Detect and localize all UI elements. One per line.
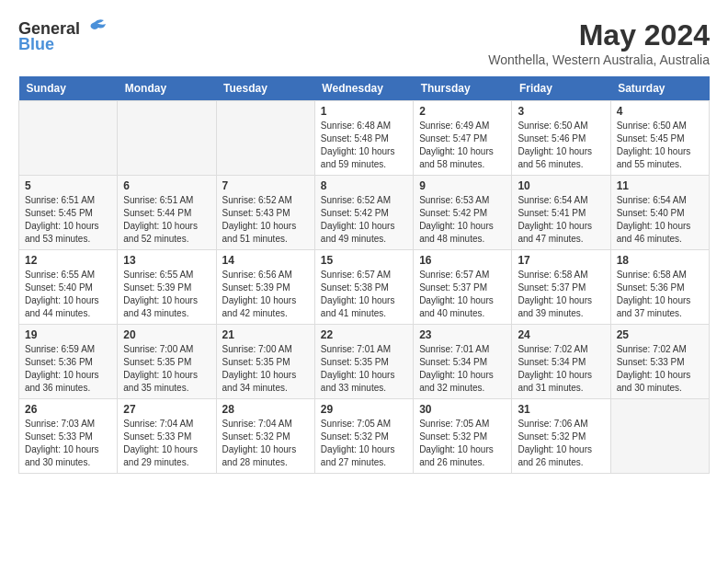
logo-bird-icon <box>82 18 108 39</box>
day-detail: Sunrise: 6:52 AMSunset: 5:43 PMDaylight:… <box>222 194 309 246</box>
calendar-week-row: 5 Sunrise: 6:51 AMSunset: 5:45 PMDayligh… <box>19 176 710 250</box>
calendar-cell: 29 Sunrise: 7:05 AMSunset: 5:32 PMDaylig… <box>314 399 413 474</box>
day-number: 2 <box>419 105 506 118</box>
calendar-week-row: 1 Sunrise: 6:48 AMSunset: 5:48 PMDayligh… <box>19 101 710 176</box>
day-detail: Sunrise: 7:01 AMSunset: 5:35 PMDaylight:… <box>321 343 407 395</box>
day-number: 4 <box>617 105 703 118</box>
calendar-cell: 30 Sunrise: 7:05 AMSunset: 5:32 PMDaylig… <box>414 399 512 474</box>
day-number: 20 <box>123 328 210 341</box>
day-detail: Sunrise: 7:01 AMSunset: 5:34 PMDaylight:… <box>419 343 506 395</box>
day-number: 11 <box>617 179 703 192</box>
day-detail: Sunrise: 7:02 AMSunset: 5:34 PMDaylight:… <box>518 343 604 395</box>
calendar-cell: 5 Sunrise: 6:51 AMSunset: 5:45 PMDayligh… <box>19 176 118 250</box>
day-detail: Sunrise: 7:06 AMSunset: 5:32 PMDaylight:… <box>518 418 604 469</box>
calendar-week-row: 19 Sunrise: 6:59 AMSunset: 5:36 PMDaylig… <box>19 325 710 399</box>
col-header-tuesday: Tuesday <box>216 76 314 101</box>
day-detail: Sunrise: 6:57 AMSunset: 5:37 PMDaylight:… <box>419 269 506 320</box>
day-number: 31 <box>518 403 604 416</box>
calendar-cell: 22 Sunrise: 7:01 AMSunset: 5:35 PMDaylig… <box>314 325 413 399</box>
calendar-cell <box>216 101 314 176</box>
calendar-cell: 9 Sunrise: 6:53 AMSunset: 5:42 PMDayligh… <box>414 176 512 250</box>
day-detail: Sunrise: 6:50 AMSunset: 5:45 PMDaylight:… <box>617 120 703 171</box>
calendar-cell <box>118 101 216 176</box>
day-number: 10 <box>518 179 604 192</box>
day-number: 22 <box>321 328 407 341</box>
day-detail: Sunrise: 6:51 AMSunset: 5:44 PMDaylight:… <box>123 194 210 246</box>
day-number: 15 <box>321 254 407 267</box>
col-header-thursday: Thursday <box>414 76 512 101</box>
day-detail: Sunrise: 6:53 AMSunset: 5:42 PMDaylight:… <box>419 194 506 246</box>
calendar-table: SundayMondayTuesdayWednesdayThursdayFrid… <box>18 76 710 474</box>
calendar-cell: 24 Sunrise: 7:02 AMSunset: 5:34 PMDaylig… <box>512 325 610 399</box>
calendar-cell: 18 Sunrise: 6:58 AMSunset: 5:36 PMDaylig… <box>610 250 709 325</box>
day-number: 13 <box>123 254 210 267</box>
day-number: 3 <box>518 105 604 118</box>
day-number: 1 <box>321 105 407 118</box>
calendar-week-row: 26 Sunrise: 7:03 AMSunset: 5:33 PMDaylig… <box>19 399 710 474</box>
day-number: 16 <box>419 254 506 267</box>
day-number: 7 <box>222 179 309 192</box>
day-number: 30 <box>419 403 506 416</box>
day-detail: Sunrise: 6:55 AMSunset: 5:40 PMDaylight:… <box>25 269 111 320</box>
day-detail: Sunrise: 7:04 AMSunset: 5:33 PMDaylight:… <box>123 418 210 469</box>
day-number: 21 <box>222 328 309 341</box>
calendar-cell: 6 Sunrise: 6:51 AMSunset: 5:44 PMDayligh… <box>118 176 216 250</box>
month-year-title: May 2024 <box>488 18 710 52</box>
calendar-cell: 23 Sunrise: 7:01 AMSunset: 5:34 PMDaylig… <box>414 325 512 399</box>
day-detail: Sunrise: 6:52 AMSunset: 5:42 PMDaylight:… <box>321 194 407 246</box>
day-number: 14 <box>222 254 309 267</box>
calendar-cell: 4 Sunrise: 6:50 AMSunset: 5:45 PMDayligh… <box>610 101 709 176</box>
day-detail: Sunrise: 7:05 AMSunset: 5:32 PMDaylight:… <box>321 418 407 469</box>
calendar-cell: 25 Sunrise: 7:02 AMSunset: 5:33 PMDaylig… <box>610 325 709 399</box>
day-number: 28 <box>222 403 309 416</box>
calendar-cell: 26 Sunrise: 7:03 AMSunset: 5:33 PMDaylig… <box>19 399 118 474</box>
day-number: 27 <box>123 403 210 416</box>
day-detail: Sunrise: 6:49 AMSunset: 5:47 PMDaylight:… <box>419 120 506 171</box>
calendar-cell: 14 Sunrise: 6:56 AMSunset: 5:39 PMDaylig… <box>216 250 314 325</box>
calendar-cell: 13 Sunrise: 6:55 AMSunset: 5:39 PMDaylig… <box>118 250 216 325</box>
day-detail: Sunrise: 6:48 AMSunset: 5:48 PMDaylight:… <box>321 120 407 171</box>
col-header-friday: Friday <box>512 76 610 101</box>
day-detail: Sunrise: 6:50 AMSunset: 5:46 PMDaylight:… <box>518 120 604 171</box>
day-number: 19 <box>25 328 111 341</box>
day-detail: Sunrise: 6:54 AMSunset: 5:41 PMDaylight:… <box>518 194 604 246</box>
day-detail: Sunrise: 7:03 AMSunset: 5:33 PMDaylight:… <box>25 418 111 469</box>
calendar-cell: 27 Sunrise: 7:04 AMSunset: 5:33 PMDaylig… <box>118 399 216 474</box>
page-header: General Blue May 2024 Wonthella, Western… <box>18 18 710 67</box>
col-header-saturday: Saturday <box>610 76 709 101</box>
day-number: 5 <box>25 179 111 192</box>
day-detail: Sunrise: 7:04 AMSunset: 5:32 PMDaylight:… <box>222 418 309 469</box>
day-detail: Sunrise: 6:59 AMSunset: 5:36 PMDaylight:… <box>25 343 111 395</box>
day-number: 12 <box>25 254 111 267</box>
calendar-cell: 3 Sunrise: 6:50 AMSunset: 5:46 PMDayligh… <box>512 101 610 176</box>
calendar-cell <box>19 101 118 176</box>
day-detail: Sunrise: 7:05 AMSunset: 5:32 PMDaylight:… <box>419 418 506 469</box>
day-number: 8 <box>321 179 407 192</box>
calendar-cell: 21 Sunrise: 7:00 AMSunset: 5:35 PMDaylig… <box>216 325 314 399</box>
calendar-cell: 28 Sunrise: 7:04 AMSunset: 5:32 PMDaylig… <box>216 399 314 474</box>
calendar-cell: 2 Sunrise: 6:49 AMSunset: 5:47 PMDayligh… <box>414 101 512 176</box>
day-number: 25 <box>617 328 703 341</box>
calendar-cell: 16 Sunrise: 6:57 AMSunset: 5:37 PMDaylig… <box>414 250 512 325</box>
calendar-cell: 7 Sunrise: 6:52 AMSunset: 5:43 PMDayligh… <box>216 176 314 250</box>
day-detail: Sunrise: 6:58 AMSunset: 5:37 PMDaylight:… <box>518 269 604 320</box>
logo-blue-text: Blue <box>18 35 54 54</box>
calendar-cell: 15 Sunrise: 6:57 AMSunset: 5:38 PMDaylig… <box>314 250 413 325</box>
day-detail: Sunrise: 6:54 AMSunset: 5:40 PMDaylight:… <box>617 194 703 246</box>
day-detail: Sunrise: 6:55 AMSunset: 5:39 PMDaylight:… <box>123 269 210 320</box>
logo: General Blue <box>18 18 108 54</box>
day-number: 18 <box>617 254 703 267</box>
calendar-cell: 19 Sunrise: 6:59 AMSunset: 5:36 PMDaylig… <box>19 325 118 399</box>
day-detail: Sunrise: 7:00 AMSunset: 5:35 PMDaylight:… <box>222 343 309 395</box>
title-section: May 2024 Wonthella, Western Australia, A… <box>488 18 710 67</box>
day-detail: Sunrise: 7:02 AMSunset: 5:33 PMDaylight:… <box>617 343 703 395</box>
calendar-cell: 17 Sunrise: 6:58 AMSunset: 5:37 PMDaylig… <box>512 250 610 325</box>
calendar-cell: 8 Sunrise: 6:52 AMSunset: 5:42 PMDayligh… <box>314 176 413 250</box>
day-detail: Sunrise: 6:57 AMSunset: 5:38 PMDaylight:… <box>321 269 407 320</box>
col-header-monday: Monday <box>118 76 216 101</box>
day-number: 9 <box>419 179 506 192</box>
calendar-week-row: 12 Sunrise: 6:55 AMSunset: 5:40 PMDaylig… <box>19 250 710 325</box>
day-number: 29 <box>321 403 407 416</box>
calendar-cell: 20 Sunrise: 7:00 AMSunset: 5:35 PMDaylig… <box>118 325 216 399</box>
day-detail: Sunrise: 7:00 AMSunset: 5:35 PMDaylight:… <box>123 343 210 395</box>
